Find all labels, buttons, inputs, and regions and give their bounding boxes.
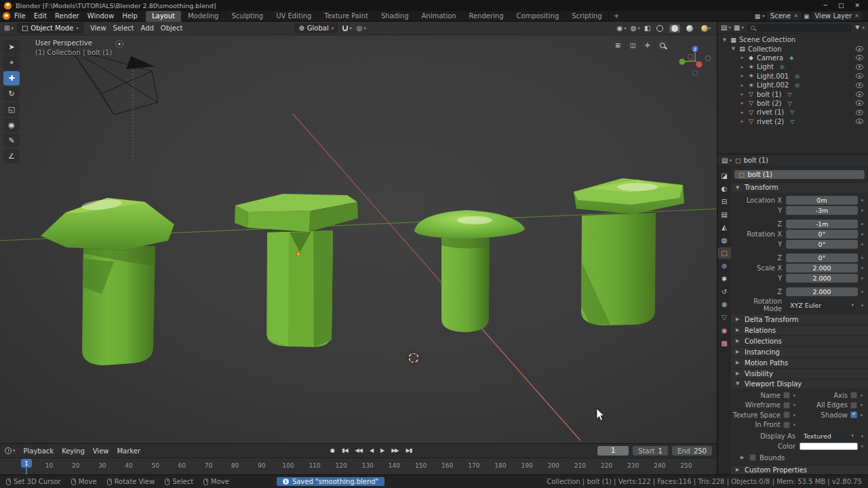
- tab-scene[interactable]: ◭: [717, 222, 731, 233]
- camera-view-icon[interactable]: ◫: [627, 40, 638, 51]
- keyframe-dot-icon[interactable]: [858, 267, 866, 269]
- disclosure-triangle-icon[interactable]: ▸: [739, 92, 745, 97]
- checkbox[interactable]: [783, 392, 790, 399]
- visibility-eye-icon[interactable]: [856, 110, 863, 115]
- keyframe-dot-icon[interactable]: [790, 424, 798, 426]
- add-workspace-button[interactable]: +: [609, 11, 624, 22]
- outliner-row-rivet-1[interactable]: ▸ ▽ rivet (1) ▽: [717, 108, 868, 117]
- 3d-viewport[interactable]: ➤⌖✚↻◱◉✎∠ User Perspective (1) Collection…: [0, 35, 717, 443]
- editor-type-outliner-icon[interactable]: ▤▾: [721, 24, 731, 31]
- keyframe-dot-icon[interactable]: [857, 404, 865, 406]
- tool-measure[interactable]: ∠: [3, 149, 20, 163]
- outliner-row-scene-collection[interactable]: ▼ ▦ Scene Collection: [717, 35, 868, 44]
- number-field[interactable]: 2.000: [786, 274, 858, 283]
- number-field[interactable]: 0°: [786, 230, 858, 239]
- outliner-row-bolt-1[interactable]: ▸ ▽ bolt (1) ▽: [717, 89, 868, 98]
- scene-selector[interactable]: Scene ✕: [767, 12, 802, 20]
- bolt-1-object[interactable]: [41, 198, 174, 365]
- outliner-display-mode-icon[interactable]: ▦▾: [734, 24, 744, 31]
- disclosure-triangle-icon[interactable]: ▸: [739, 83, 745, 88]
- tool-annotate[interactable]: ✎: [3, 134, 20, 148]
- workspace-tab[interactable]: UV Editing: [270, 11, 318, 22]
- menu-item[interactable]: Edit: [30, 11, 51, 21]
- tab-object[interactable]: □: [717, 247, 731, 259]
- keyframe-dot-icon[interactable]: [858, 445, 866, 447]
- show-gizmo-icon[interactable]: ◉▾: [617, 24, 627, 32]
- workspace-tab[interactable]: Layout: [146, 11, 182, 22]
- display-as-dropdown[interactable]: Textured ▾: [800, 432, 858, 441]
- keyframe-dot-icon[interactable]: [790, 414, 798, 416]
- frame-start-field[interactable]: Start 1: [633, 446, 668, 455]
- panel-header[interactable]: ▶ Instancing: [731, 346, 868, 357]
- keyframe-dot-icon[interactable]: [790, 404, 798, 406]
- timeline-menu-item[interactable]: View: [89, 446, 113, 456]
- snap-magnet-icon[interactable]: ▾: [342, 26, 352, 31]
- zoom-view-icon[interactable]: [657, 40, 668, 51]
- workspace-tab[interactable]: Texture Paint: [318, 11, 375, 22]
- light-object[interactable]: [116, 41, 123, 48]
- tab-world[interactable]: ◍: [717, 235, 731, 246]
- workspace-tab[interactable]: Rendering: [462, 11, 510, 22]
- object-color-swatch[interactable]: [800, 443, 858, 450]
- tool-scale[interactable]: ◱: [3, 102, 20, 117]
- rotation-mode-dropdown[interactable]: XYZ Euler ▾: [786, 301, 858, 310]
- transform-orientation-dropdown[interactable]: ⊕ Global ▾: [294, 23, 338, 33]
- editor-type-properties-icon[interactable]: ▤▾: [722, 157, 732, 164]
- viewport-menu-item[interactable]: Select: [110, 23, 138, 33]
- keyframe-dot-icon[interactable]: [858, 223, 866, 225]
- tool-rotate[interactable]: ↻: [3, 87, 20, 101]
- shading-wireframe-button[interactable]: [654, 24, 665, 33]
- disclosure-triangle-icon[interactable]: ▼: [722, 37, 728, 43]
- xray-toggle-icon[interactable]: ◧: [644, 24, 650, 32]
- mode-dropdown[interactable]: □ Object Mode ▾: [17, 23, 83, 33]
- timeline-menu-item[interactable]: Keying: [58, 446, 89, 456]
- keyframe-dot-icon[interactable]: [858, 209, 866, 211]
- menu-item[interactable]: File: [10, 11, 30, 21]
- outliner-row-rivet-2[interactable]: ▸ ▽ rivet (2) ▽: [717, 117, 868, 126]
- workspace-tab[interactable]: Scripting: [566, 11, 608, 22]
- tool-cursor[interactable]: ⌖: [3, 56, 20, 70]
- workspace-tab[interactable]: Sculpting: [225, 11, 270, 22]
- visibility-eye-icon[interactable]: [856, 73, 863, 79]
- checkbox[interactable]: [749, 454, 756, 461]
- unlink-view-layer-icon[interactable]: ✕: [854, 13, 859, 19]
- number-field[interactable]: 0m: [786, 196, 858, 205]
- workspace-tab[interactable]: Modeling: [182, 11, 226, 22]
- viewport-menu-item[interactable]: Object: [157, 23, 186, 33]
- camera-object[interactable]: [71, 49, 158, 163]
- outliner-row-light-002[interactable]: ▸ ☀ Light.002 ◎: [717, 81, 868, 89]
- keyframe-dot-icon[interactable]: [858, 435, 866, 437]
- number-field[interactable]: 2.000: [786, 287, 858, 296]
- visibility-eye-icon[interactable]: [856, 119, 863, 124]
- proportional-editing-icon[interactable]: ◎▾: [357, 24, 366, 32]
- menu-item[interactable]: Window: [83, 11, 118, 21]
- number-field[interactable]: -3m: [786, 206, 858, 215]
- jump-to-end-button[interactable]: ▶▮: [403, 446, 415, 455]
- blender-menu-icon[interactable]: [3, 12, 10, 20]
- viewport-display-panel-header[interactable]: ▼ Viewport Display: [731, 379, 868, 388]
- visibility-eye-icon[interactable]: [856, 100, 863, 106]
- tool-move[interactable]: ✚: [3, 71, 20, 85]
- outliner-row-collection[interactable]: ▼ ▤ Collection: [717, 44, 868, 53]
- playhead[interactable]: 1: [21, 459, 32, 468]
- editor-type-3d-viewport-icon[interactable]: ⊞▾: [4, 24, 14, 32]
- tab-material[interactable]: ◉: [717, 325, 731, 336]
- shading-material-button[interactable]: [684, 24, 695, 33]
- keyframe-dot-icon[interactable]: [858, 257, 866, 259]
- disclosure-triangle-icon[interactable]: ▸: [739, 110, 745, 115]
- prev-keyframe-button[interactable]: ◀◀: [353, 446, 365, 455]
- number-field[interactable]: -1m: [786, 220, 858, 228]
- custom-properties-panel-header[interactable]: ▶ Custom Properties: [731, 465, 868, 474]
- auto-key-button[interactable]: ●: [328, 446, 337, 455]
- outliner-row-bolt-2[interactable]: ▸ ▽ bolt (2) ▽: [717, 99, 868, 108]
- show-overlays-icon[interactable]: ◍▾: [631, 24, 640, 32]
- minimize-button[interactable]: ─: [824, 2, 827, 9]
- tab-physics[interactable]: ↺: [717, 286, 731, 298]
- tab-render[interactable]: ◐: [717, 183, 731, 195]
- checkbox[interactable]: [783, 422, 790, 428]
- keyframe-dot-icon[interactable]: [858, 277, 866, 279]
- checkbox[interactable]: [850, 392, 857, 399]
- disclosure-triangle-icon[interactable]: ▸: [739, 119, 745, 124]
- keyframe-dot-icon[interactable]: [858, 291, 866, 293]
- disclosure-triangle-icon[interactable]: ▶: [741, 455, 746, 460]
